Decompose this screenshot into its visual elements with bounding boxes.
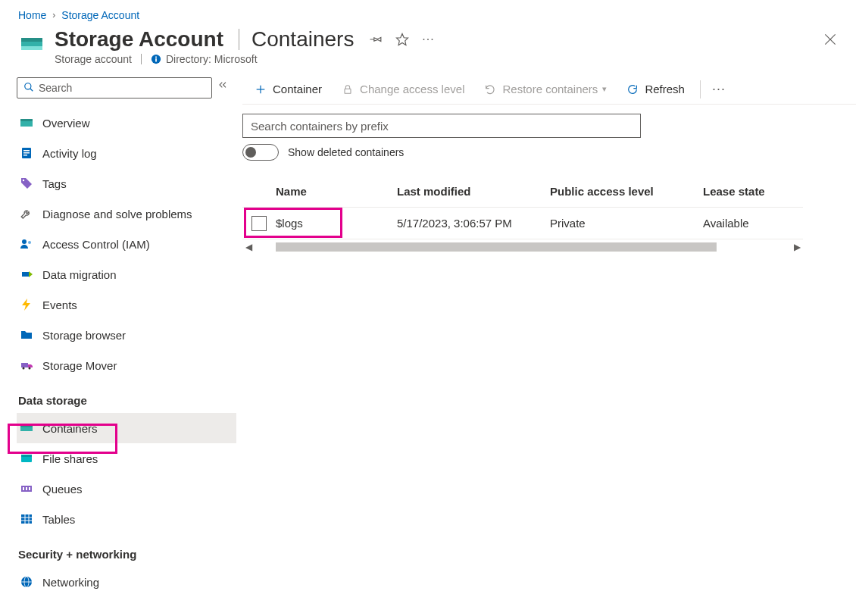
- sidebar-item-events[interactable]: Events: [17, 289, 236, 320]
- storage-account-icon: [18, 30, 45, 58]
- sidebar-item-label: Diagnose and solve problems: [42, 208, 192, 220]
- page-header: Storage Account Containers ··· Storage a…: [0, 24, 859, 74]
- change-access-button: Change access level: [333, 76, 473, 103]
- sidebar-item-label: Storage browser: [42, 329, 126, 342]
- col-name[interactable]: Name: [276, 185, 397, 198]
- col-access[interactable]: Public access level: [550, 185, 703, 198]
- sidebar-item-networking[interactable]: Networking: [17, 567, 236, 593]
- sidebar-item-label: Tables: [42, 513, 75, 526]
- refresh-button[interactable]: Refresh: [617, 76, 694, 103]
- plus-icon: [255, 83, 268, 96]
- sidebar-item-storage-browser[interactable]: Storage browser: [17, 320, 236, 350]
- svg-rect-31: [21, 514, 32, 524]
- sidebar-item-label: Data migration: [42, 268, 117, 281]
- show-deleted-toggle[interactable]: [242, 144, 279, 161]
- page-subtitle: Containers: [251, 27, 354, 52]
- page-title: Storage Account: [55, 27, 223, 52]
- button-label: Refresh: [645, 83, 685, 95]
- sidebar-section-security: Security + networking: [17, 534, 236, 567]
- sidebar-item-label: Networking: [42, 576, 99, 589]
- table-header: Name Last modified Public access level L…: [242, 176, 803, 208]
- resource-type-label: Storage account: [55, 53, 132, 65]
- svg-rect-20: [21, 363, 28, 367]
- chevron-right-icon: ›: [52, 10, 55, 20]
- col-lease[interactable]: Lease state: [703, 185, 803, 198]
- directory-label: Directory: Microsoft: [166, 53, 258, 65]
- svg-line-10: [30, 88, 33, 91]
- sidebar-search-input[interactable]: [39, 82, 205, 94]
- toolbar: Container Change access level Restore co…: [242, 74, 856, 105]
- svg-rect-29: [26, 487, 27, 490]
- title-divider: [239, 29, 239, 50]
- svg-rect-1: [21, 38, 42, 42]
- table-icon: [20, 512, 33, 526]
- svg-rect-30: [29, 487, 30, 490]
- containers-table: Name Last modified Public access level L…: [242, 176, 803, 253]
- sidebar-item-tables[interactable]: Tables: [17, 504, 236, 534]
- cell-access: Private: [550, 217, 703, 230]
- log-icon: [20, 146, 33, 160]
- sidebar-item-overview[interactable]: Overview: [17, 108, 236, 138]
- svg-rect-24: [20, 425, 33, 427]
- fileshare-icon: [20, 452, 33, 465]
- pin-icon[interactable]: [369, 32, 384, 47]
- row-checkbox[interactable]: [251, 216, 267, 231]
- search-icon: [23, 82, 34, 95]
- refresh-icon: [626, 83, 640, 96]
- scroll-right-icon[interactable]: ▶: [791, 242, 803, 252]
- table-row[interactable]: $logs 5/17/2023, 3:06:57 PM Private Avai…: [242, 208, 803, 239]
- sidebar-section-data-storage: Data storage: [17, 380, 236, 413]
- svg-point-21: [23, 367, 25, 370]
- sidebar-item-label: Containers: [42, 422, 98, 435]
- toolbar-more-icon[interactable]: ···: [707, 81, 731, 97]
- globe-icon: [20, 575, 33, 589]
- sidebar-item-label: Activity log: [42, 147, 97, 160]
- chevron-down-icon: ▾: [602, 84, 607, 94]
- lock-icon: [342, 83, 355, 96]
- svg-rect-15: [23, 152, 30, 154]
- svg-point-17: [23, 180, 24, 181]
- queue-icon: [20, 482, 33, 496]
- main-content: Container Change access level Restore co…: [236, 74, 859, 607]
- sidebar-item-diagnose[interactable]: Diagnose and solve problems: [17, 199, 236, 229]
- sidebar-item-label: Tags: [42, 177, 67, 190]
- sidebar-item-tags[interactable]: Tags: [17, 168, 236, 199]
- sidebar-item-queues[interactable]: Queues: [17, 474, 236, 504]
- collapse-sidebar-icon[interactable]: [217, 79, 229, 93]
- star-icon[interactable]: [395, 32, 410, 47]
- sidebar-item-label: Access Control (IAM): [42, 238, 150, 251]
- more-icon[interactable]: ···: [420, 32, 436, 47]
- svg-point-18: [22, 239, 27, 244]
- sidebar-item-file-shares[interactable]: File shares: [17, 443, 236, 474]
- svg-rect-12: [20, 119, 33, 121]
- container-search-input[interactable]: [242, 114, 641, 138]
- col-modified[interactable]: Last modified: [397, 185, 550, 198]
- storage-icon: [20, 116, 33, 130]
- undo-icon: [484, 83, 498, 96]
- sidebar-item-data-migration[interactable]: Data migration: [17, 259, 236, 289]
- svg-rect-41: [345, 89, 351, 93]
- breadcrumb-current[interactable]: Storage Account: [61, 9, 139, 21]
- sidebar-item-access-control[interactable]: Access Control (IAM): [17, 229, 236, 259]
- sidebar-search[interactable]: [17, 77, 212, 98]
- sidebar-item-activity-log[interactable]: Activity log: [17, 138, 236, 168]
- sidebar-item-storage-mover[interactable]: Storage Mover: [17, 350, 236, 380]
- container-icon: [20, 421, 33, 435]
- sidebar-item-label: Overview: [42, 117, 90, 130]
- svg-rect-5: [155, 58, 157, 61]
- sidebar-item-containers[interactable]: Containers: [17, 413, 236, 443]
- horizontal-scrollbar[interactable]: ◀ ▶: [242, 241, 803, 253]
- info-icon: [151, 54, 161, 64]
- breadcrumb-home[interactable]: Home: [18, 9, 46, 21]
- cell-name: $logs: [276, 217, 397, 230]
- sidebar-item-label: Storage Mover: [42, 359, 117, 372]
- svg-rect-6: [155, 57, 157, 58]
- close-icon[interactable]: [823, 32, 841, 50]
- add-container-button[interactable]: Container: [245, 76, 331, 103]
- svg-point-22: [29, 367, 31, 370]
- people-icon: [20, 237, 33, 251]
- svg-marker-3: [397, 34, 408, 45]
- truck-icon: [20, 358, 33, 372]
- button-label: Container: [273, 83, 322, 95]
- scroll-left-icon[interactable]: ◀: [242, 242, 255, 252]
